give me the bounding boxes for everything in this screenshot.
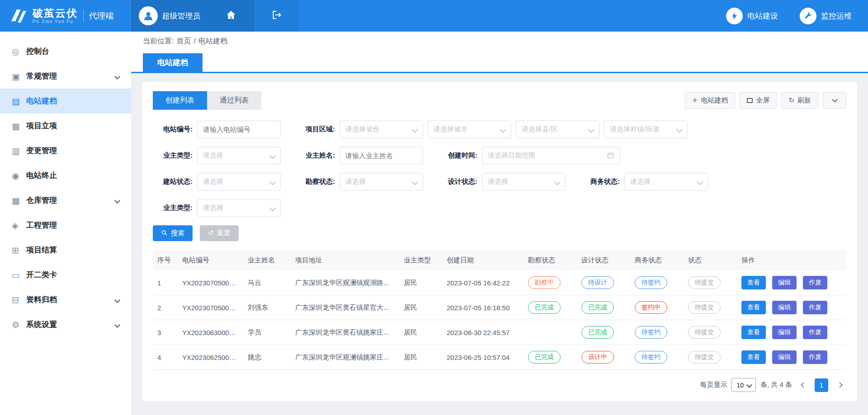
main-content: 当前位置: 首页 / 电站建档 电站建档 创建列表 通过列表 + 电站建档 全	[131, 32, 868, 415]
reset-icon: ↺	[208, 230, 214, 237]
chevron-down-icon	[114, 322, 120, 328]
county-select[interactable]: 请选择县/区	[516, 121, 599, 138]
sidebar-item-label: 仓库管理	[26, 195, 57, 205]
calculator-icon: ⊞	[12, 245, 26, 255]
breadcrumb-home-link[interactable]: 首页	[176, 37, 191, 46]
tab-passed-list[interactable]: 通过列表	[207, 91, 261, 110]
refresh-button[interactable]: ↻ 刷新	[781, 92, 818, 109]
user-name: 超级管理员	[162, 11, 201, 21]
survey-status-badge: 勘察中	[528, 276, 561, 289]
void-button[interactable]: 作废	[803, 350, 827, 364]
table-header-row: 序号 电站编号 业主姓名 项目地址 业主类型 创建日期 勘察状态 设计状态 商务…	[153, 250, 846, 270]
nav-station-construction[interactable]: 电站建设	[726, 8, 778, 24]
collapse-toolbar-button[interactable]	[823, 92, 846, 109]
build-status-select[interactable]: 请选择	[197, 173, 281, 191]
sidebar-item-warehouse-management[interactable]: ▩ 仓库管理	[0, 188, 131, 213]
col-design-status: 设计状态	[577, 250, 630, 270]
col-owner-name: 业主姓名	[243, 250, 291, 270]
sidebar-item-station-termination[interactable]: ◉ 电站终止	[0, 163, 131, 188]
sidebar-item-data-archiving[interactable]: ⊟ 资料归档	[0, 287, 131, 312]
page-number-button[interactable]: 1	[815, 378, 828, 392]
col-survey-status: 勘察状态	[524, 250, 577, 270]
table-row: 2 YX2023070500010 刘强东 广东深圳龙华区黄石镇星官大... 居…	[153, 295, 846, 320]
status-badge: 待提交	[688, 326, 721, 339]
province-select[interactable]: 请选择省份	[340, 121, 423, 138]
plus-icon: +	[692, 97, 698, 104]
search-button[interactable]: 搜索	[153, 225, 193, 241]
owner-name-input[interactable]	[340, 147, 423, 164]
logo-icon	[8, 7, 29, 24]
monitor-icon: ▣	[12, 71, 26, 81]
survey-status-badge: 已完成	[528, 301, 561, 314]
sidebar-item-label: 变更管理	[26, 145, 57, 156]
design-status-select[interactable]: 请选择	[482, 173, 566, 191]
col-station-no: 电站编号	[178, 250, 243, 270]
create-time-label: 创建时间:	[438, 151, 477, 160]
stop-icon: ◉	[12, 171, 26, 181]
content-card: 创建列表 通过列表 + 电站建档 全屏 ↻ 刷新	[142, 82, 857, 401]
void-button[interactable]: 作废	[803, 276, 827, 289]
owner-type-select[interactable]: 请选择	[197, 147, 281, 164]
settings-icon: ⚙	[12, 320, 26, 330]
chevron-down-icon	[114, 297, 120, 303]
station-no-input[interactable]	[197, 121, 281, 138]
logo: 破茧云伏 Po Jian Yun Fu 代理端	[0, 0, 131, 32]
void-button[interactable]: 作废	[803, 301, 827, 314]
edit-button[interactable]: 编辑	[772, 350, 797, 364]
per-page-label: 每页显示	[700, 381, 727, 389]
search-icon	[161, 229, 168, 238]
survey-status-select[interactable]: 请选择	[340, 173, 423, 191]
nav-monitoring-ops-label: 监控运维	[821, 11, 852, 21]
logout-button[interactable]	[254, 0, 299, 32]
nav-monitoring-ops[interactable]: 监控运维	[800, 8, 852, 24]
build-status-label: 建站状态:	[153, 177, 193, 186]
sidebar-item-general-management[interactable]: ▣ 常规管理	[0, 64, 131, 89]
city-select[interactable]: 请选择城市	[428, 121, 511, 138]
next-page-button[interactable]	[833, 378, 846, 392]
void-button[interactable]: 作废	[803, 326, 827, 339]
edit-button[interactable]: 编辑	[772, 276, 797, 289]
sidebar-item-label: 开二类卡	[26, 270, 57, 280]
col-operations: 操作	[737, 250, 846, 270]
home-button[interactable]	[208, 0, 254, 32]
page-size-select[interactable]: 10	[731, 378, 756, 392]
reset-button[interactable]: ↺ 重置	[200, 225, 239, 241]
sidebar-item-project-initiation[interactable]: ▦ 项目立项	[0, 113, 131, 138]
sidebar-item-project-settlement[interactable]: ⊞ 项目结算	[0, 238, 131, 262]
view-button[interactable]: 查看	[741, 326, 766, 339]
station-no-label: 电站编号:	[153, 125, 193, 134]
fullscreen-button[interactable]: 全屏	[740, 92, 777, 109]
total-label: 条, 共 4 条	[760, 381, 792, 389]
business-status-badge: 待签约	[635, 351, 667, 364]
owner-type2-select[interactable]: 请选择	[197, 199, 281, 217]
sidebar-item-system-settings[interactable]: ⚙ 系统设置	[0, 312, 131, 337]
edit-button[interactable]: 编辑	[772, 326, 797, 339]
design-status-badge: 待设计	[581, 276, 614, 289]
sidebar-item-console[interactable]: ◎ 控制台	[0, 39, 131, 64]
lightning-icon	[726, 8, 743, 24]
refresh-icon: ↻	[788, 97, 794, 104]
business-status-badge: 待签约	[635, 276, 667, 289]
view-button[interactable]: 查看	[741, 276, 766, 289]
sidebar-item-change-management[interactable]: ▥ 变更管理	[0, 138, 131, 163]
prev-page-button[interactable]	[797, 378, 810, 392]
business-status-badge: 待签约	[635, 326, 667, 339]
sidebar-item-label: 工程管理	[26, 220, 57, 230]
user-menu[interactable]: 超级管理员	[131, 0, 208, 32]
business-status-select[interactable]: 请选择	[624, 173, 708, 191]
sidebar-item-class2-card[interactable]: ▭ 开二类卡	[0, 262, 131, 287]
page-tab-station-filing[interactable]: 电站建档	[143, 53, 203, 72]
warehouse-icon: ▩	[12, 196, 26, 205]
edit-button[interactable]: 编辑	[772, 301, 797, 314]
tab-create-list[interactable]: 创建列表	[153, 91, 207, 110]
sidebar-item-station-filing[interactable]: ▤ 电站建档	[0, 89, 131, 113]
town-select[interactable]: 请选择村镇/街道	[604, 121, 688, 138]
view-button[interactable]: 查看	[741, 301, 766, 314]
nav-station-construction-label: 电站建设	[747, 11, 778, 21]
design-status-badge: 设计中	[581, 351, 614, 364]
sidebar-item-label: 项目立项	[26, 121, 57, 131]
create-station-button[interactable]: + 电站建档	[685, 92, 736, 109]
date-range-input[interactable]: 请选择日期范围	[482, 147, 620, 164]
view-button[interactable]: 查看	[741, 350, 766, 364]
sidebar-item-engineering-management[interactable]: ◈ 工程管理	[0, 213, 131, 238]
